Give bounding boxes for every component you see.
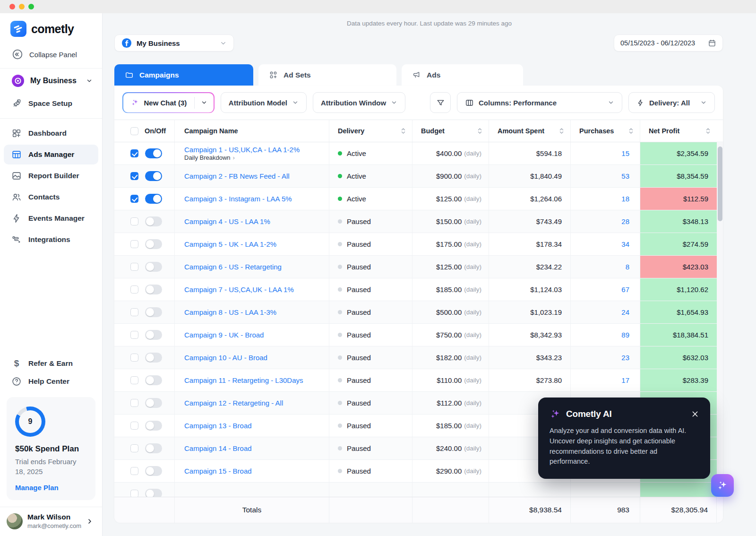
row-toggle[interactable] xyxy=(145,148,162,158)
row-toggle[interactable] xyxy=(145,171,162,181)
row-checkbox[interactable] xyxy=(130,490,138,497)
columns-dropdown[interactable]: Columns: Performance xyxy=(457,92,622,113)
sidebar-item-refer-earn[interactable]: $ Refer & Earn xyxy=(4,354,98,372)
collapse-panel-button[interactable]: Collapse Panel xyxy=(11,48,102,61)
purchases-link[interactable]: 15 xyxy=(571,142,640,164)
new-chat-button[interactable]: New Chat (3) xyxy=(122,92,215,113)
row-checkbox[interactable] xyxy=(130,376,138,384)
select-all-checkbox[interactable] xyxy=(130,127,138,135)
campaign-link[interactable]: Campaign 8 - US - LAA 1-3% xyxy=(184,308,276,316)
row-toggle[interactable] xyxy=(145,489,162,497)
purchases-link[interactable]: 28 xyxy=(571,210,640,233)
row-checkbox[interactable] xyxy=(130,217,138,225)
sidebar-item-help-center[interactable]: Help Center xyxy=(4,372,98,390)
purchases-link[interactable]: 23 xyxy=(571,346,640,369)
campaign-link[interactable]: Campaign 15 - Broad xyxy=(184,467,252,475)
dashboard-icon xyxy=(11,128,22,138)
row-toggle[interactable] xyxy=(145,239,162,249)
campaign-link[interactable]: Campaign 3 - Instagram - LAA 5% xyxy=(184,195,292,203)
row-toggle[interactable] xyxy=(145,216,162,226)
row-toggle[interactable] xyxy=(145,353,162,363)
user-menu[interactable]: Mark Wilson mark@cometly.com xyxy=(0,507,102,536)
sidebar-item-events-manager[interactable]: Events Manager xyxy=(4,208,98,228)
row-toggle[interactable] xyxy=(145,194,162,204)
header-delivery[interactable]: Delivery xyxy=(329,120,412,142)
purchases-link[interactable]: 67 xyxy=(571,278,640,301)
purchases-link[interactable] xyxy=(571,483,640,497)
row-checkbox[interactable] xyxy=(130,422,138,430)
campaign-link[interactable]: Campaign 10 - AU - Broad xyxy=(184,354,267,362)
row-checkbox[interactable] xyxy=(130,399,138,407)
header-budget[interactable]: Budget xyxy=(412,120,489,142)
sidebar-item-report-builder[interactable]: Report Builder xyxy=(4,166,98,186)
minimize-window-button[interactable] xyxy=(19,4,25,9)
sidebar-item-ads-manager[interactable]: Ads Manager xyxy=(4,145,98,164)
filter-button[interactable] xyxy=(430,92,451,113)
row-checkbox[interactable] xyxy=(130,285,138,294)
purchases-link[interactable]: 53 xyxy=(571,165,640,187)
manage-plan-link[interactable]: Manage Plan xyxy=(15,484,87,492)
purchases-link[interactable]: 89 xyxy=(571,324,640,346)
row-checkbox[interactable] xyxy=(130,240,138,248)
campaign-link[interactable]: Campaign 1 - US,UK,CA - LAA 1-2% xyxy=(184,146,300,154)
tab-campaigns[interactable]: Campaigns xyxy=(114,64,253,86)
campaign-link[interactable]: Campaign 12 - Retargeting - All xyxy=(184,399,283,407)
header-purchases[interactable]: Purchases xyxy=(571,120,640,142)
scrollbar-thumb[interactable] xyxy=(718,147,722,221)
row-toggle[interactable] xyxy=(145,443,162,453)
date-range-picker[interactable]: 05/15/2023 - 06/12/2023 xyxy=(614,35,723,52)
row-toggle[interactable] xyxy=(145,285,162,294)
row-toggle[interactable] xyxy=(145,398,162,408)
campaign-link[interactable]: Campaign 14 - Broad xyxy=(184,444,252,452)
row-toggle[interactable] xyxy=(145,330,162,340)
ad-account-selector[interactable]: My Business xyxy=(114,35,234,52)
row-checkbox[interactable] xyxy=(130,195,138,203)
sidebar-item-integrations[interactable]: Integrations xyxy=(4,230,98,250)
row-toggle[interactable] xyxy=(145,375,162,385)
close-icon[interactable] xyxy=(691,410,699,418)
purchases-link[interactable]: 24 xyxy=(571,301,640,323)
purchases-link[interactable]: 17 xyxy=(571,369,640,391)
row-checkbox[interactable] xyxy=(130,308,138,316)
purchases-link[interactable]: 8 xyxy=(571,256,640,278)
campaign-link[interactable]: Campaign 4 - US - LAA 1% xyxy=(184,217,270,225)
campaign-link[interactable]: Campaign 11 - Retargeting - L30Days xyxy=(184,376,303,384)
campaign-link[interactable]: Campaign 2 - FB News Feed - All xyxy=(184,172,290,180)
sidebar-item-contacts[interactable]: Contacts xyxy=(4,187,98,207)
purchases-link[interactable]: 34 xyxy=(571,233,640,255)
row-toggle[interactable] xyxy=(145,421,162,431)
sidebar-item-space-setup[interactable]: Space Setup xyxy=(4,94,98,113)
sidebar-item-dashboard[interactable]: Dashboard xyxy=(4,123,98,143)
row-toggle[interactable] xyxy=(145,262,162,272)
row-checkbox[interactable] xyxy=(130,172,138,180)
campaign-link[interactable]: Campaign 7 - US,CA,UK - LAA 1% xyxy=(184,285,294,294)
campaign-link[interactable]: Campaign 9 - UK - Broad xyxy=(184,331,264,339)
workspace-selector[interactable]: My Business xyxy=(0,69,102,92)
header-amount-spent[interactable]: Amount Spent xyxy=(489,120,571,142)
table-header-row: On/Off Campaign Name Delivery Budget Amo… xyxy=(114,120,723,142)
row-checkbox[interactable] xyxy=(130,149,138,157)
new-chat-dropdown[interactable] xyxy=(195,93,214,112)
row-toggle[interactable] xyxy=(145,307,162,317)
row-checkbox[interactable] xyxy=(130,263,138,271)
attribution-model-dropdown[interactable]: Attribution Model xyxy=(221,92,307,113)
attribution-window-dropdown[interactable]: Attribution Window xyxy=(313,92,405,113)
campaign-link[interactable]: Campaign 13 - Broad xyxy=(184,422,252,430)
delivery-status: Paused xyxy=(329,369,412,391)
campaign-link[interactable]: Campaign 6 - US - Retargeting xyxy=(184,263,282,271)
row-checkbox[interactable] xyxy=(130,467,138,475)
campaign-link[interactable]: Campaign 5 - UK - LAA 1-2% xyxy=(184,240,276,248)
header-net-profit[interactable]: Net Profit xyxy=(640,120,717,142)
tab-ad-sets[interactable]: Ad Sets xyxy=(258,64,396,86)
daily-breakdown-link[interactable]: Daily Breakdown › xyxy=(184,154,235,161)
row-toggle[interactable] xyxy=(145,466,162,476)
row-checkbox[interactable] xyxy=(130,354,138,362)
row-checkbox[interactable] xyxy=(130,444,138,452)
zoom-window-button[interactable] xyxy=(28,4,34,9)
purchases-link[interactable]: 18 xyxy=(571,188,640,210)
row-checkbox[interactable] xyxy=(130,331,138,339)
tab-ads[interactable]: Ads xyxy=(402,64,523,86)
close-window-button[interactable] xyxy=(9,4,15,9)
ai-assistant-button[interactable] xyxy=(711,474,734,497)
delivery-filter-dropdown[interactable]: Delivery: All xyxy=(628,92,715,113)
